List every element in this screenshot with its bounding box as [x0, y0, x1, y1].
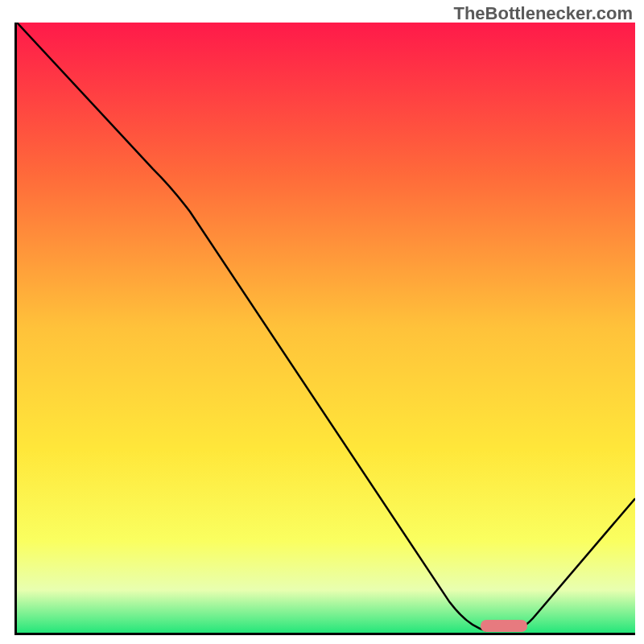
watermark-text: TheBottlenecker.com — [453, 3, 633, 24]
curve-line — [17, 23, 635, 633]
chart-container: TheBottlenecker.com — [0, 0, 644, 644]
optimal-marker — [481, 620, 527, 632]
plot-area — [14, 23, 635, 635]
